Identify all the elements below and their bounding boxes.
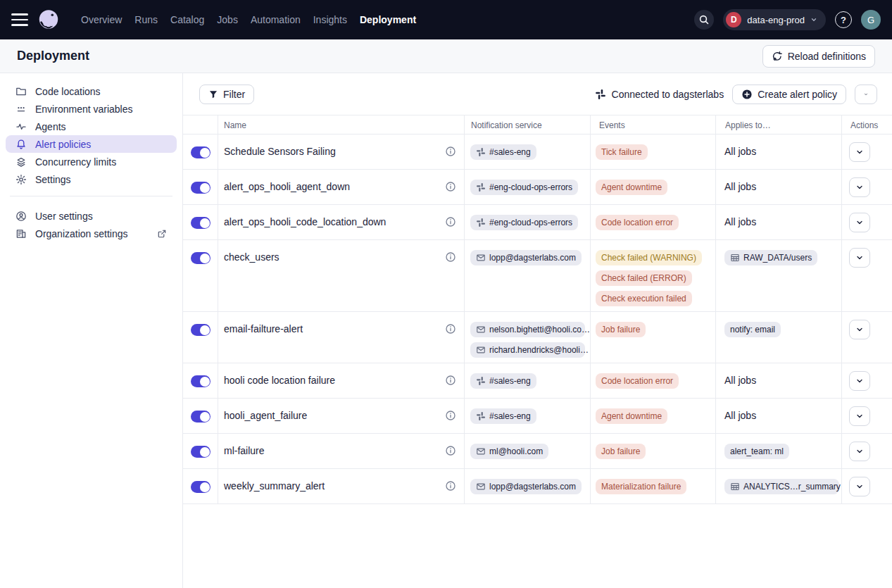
toggle-cell — [183, 363, 218, 398]
policy-enabled-toggle[interactable] — [191, 411, 211, 423]
nav-item-automation[interactable]: Automation — [244, 8, 307, 31]
row-actions-menu-button[interactable] — [849, 320, 870, 339]
row-actions-menu-button[interactable] — [849, 177, 870, 197]
folder-icon — [15, 86, 27, 97]
nav-item-catalog[interactable]: Catalog — [164, 8, 211, 31]
sidebar-item-alert-policies[interactable]: Alert policies — [6, 135, 177, 153]
info-icon[interactable] — [445, 410, 456, 421]
info-icon[interactable] — [445, 216, 456, 227]
asset-table-icon — [730, 482, 740, 492]
info-icon[interactable] — [445, 375, 456, 386]
notification-label: #sales-eng — [489, 376, 531, 386]
info-icon[interactable] — [445, 480, 456, 492]
policy-name: alert_ops_hooli_agent_down — [224, 180, 445, 192]
sidebar-item-settings[interactable]: Settings — [6, 170, 177, 188]
column-header-events: Events — [591, 115, 716, 134]
sidebar-item-user-settings[interactable]: User settings — [6, 207, 177, 225]
email-icon — [476, 482, 486, 492]
notification-cell: ml@hooli.com — [465, 434, 591, 468]
notification-label: richard.hendricks@hooli… — [489, 345, 589, 355]
help-icon[interactable]: ? — [835, 11, 852, 28]
applies-to-label: ANALYTICS…r_summary — [743, 482, 841, 492]
search-icon[interactable] — [694, 10, 714, 30]
sidebar-item-agents[interactable]: Agents — [6, 118, 177, 135]
event-label: Check execution failed — [601, 294, 686, 304]
app-root: OverviewRunsCatalogJobsAutomationInsight… — [0, 0, 892, 588]
notification-label: #sales-eng — [489, 147, 531, 157]
nav-item-runs[interactable]: Runs — [128, 8, 164, 31]
create-alert-policy-button[interactable]: Create alert policy — [732, 85, 846, 104]
hamburger-menu-icon[interactable] — [11, 13, 28, 26]
nav-item-deployment[interactable]: Deployment — [353, 8, 422, 31]
nav-item-insights[interactable]: Insights — [307, 8, 353, 31]
policy-enabled-toggle[interactable] — [191, 375, 211, 387]
event-list: Check failed (WARNING)Check failed (ERRO… — [596, 250, 711, 306]
create-alert-policy-menu-button[interactable] — [855, 85, 877, 104]
sidebar-item-concurrency-limits[interactable]: Concurrency limits — [6, 153, 177, 170]
actions-cell — [842, 170, 892, 204]
events-cell: Job failure — [591, 434, 716, 468]
row-actions-menu-button[interactable] — [849, 406, 870, 426]
policy-enabled-toggle[interactable] — [191, 481, 211, 493]
info-icon[interactable] — [445, 323, 456, 334]
info-icon[interactable] — [445, 146, 456, 157]
filter-button[interactable]: Filter — [199, 85, 254, 104]
event-badge: Check failed (WARNING) — [596, 250, 702, 265]
policy-name: hooli code location failure — [224, 374, 445, 386]
notification-cell: #sales-eng — [465, 363, 591, 398]
event-badge: Agent downtime — [596, 180, 667, 195]
policy-name: check_users — [224, 251, 445, 263]
create-alert-policy-label: Create alert policy — [758, 89, 837, 100]
notification-badge: #sales-eng — [470, 373, 536, 389]
event-label: Tick failure — [601, 147, 642, 157]
notification-list: nelson.bighetti@hooli.co…richard.hendric… — [470, 322, 586, 358]
row-actions-menu-button[interactable] — [849, 442, 870, 461]
toggle-cell — [183, 312, 218, 363]
deployment-switcher[interactable]: D data-eng-prod — [723, 9, 826, 30]
email-icon — [476, 446, 486, 456]
reload-definitions-button[interactable]: Reload definitions — [762, 45, 875, 68]
row-actions-menu-button[interactable] — [849, 477, 870, 496]
row-actions-menu-button[interactable] — [849, 213, 870, 232]
alert-policy-row: ml-failureml@hooli.comJob failurealert_t… — [183, 434, 892, 469]
plus-circle-icon — [741, 89, 753, 100]
toggle-knob — [200, 482, 210, 492]
row-actions-menu-button[interactable] — [849, 248, 870, 268]
row-actions-menu-button[interactable] — [849, 371, 870, 391]
toggle-knob — [200, 218, 210, 228]
asset-table-icon — [730, 253, 740, 263]
policy-enabled-toggle[interactable] — [191, 146, 211, 158]
applies-to-cell: All jobs — [716, 363, 842, 398]
event-label: Check failed (ERROR) — [601, 273, 686, 283]
nav-item-overview[interactable]: Overview — [75, 8, 128, 31]
nav-item-jobs[interactable]: Jobs — [211, 8, 244, 31]
event-badge: Check failed (ERROR) — [596, 270, 692, 286]
sidebar-item-code-locations[interactable]: Code locations — [6, 82, 177, 100]
event-badge: Code location error — [596, 373, 679, 389]
notification-label: ml@hooli.com — [489, 446, 543, 456]
row-actions-menu-button[interactable] — [849, 142, 870, 162]
alert-policy-row: weekly_summary_alertlopp@dagsterlabs.com… — [183, 469, 892, 504]
policy-enabled-toggle[interactable] — [191, 182, 211, 194]
event-list: Agent downtime — [596, 408, 711, 424]
info-icon[interactable] — [445, 251, 456, 263]
sidebar-item-environment-variables[interactable]: Environment variables — [6, 100, 177, 118]
policy-enabled-toggle[interactable] — [191, 217, 211, 229]
event-list: Tick failure — [596, 144, 711, 160]
info-icon[interactable] — [445, 181, 456, 192]
policy-enabled-toggle[interactable] — [191, 446, 211, 458]
policy-enabled-toggle[interactable] — [191, 324, 211, 336]
bell-icon — [15, 139, 27, 150]
reload-icon — [772, 51, 783, 62]
slack-icon — [476, 411, 486, 421]
dagster-logo-icon[interactable] — [37, 8, 61, 32]
user-circle-icon — [15, 211, 27, 222]
sidebar-item-label: Agents — [35, 121, 66, 132]
info-icon[interactable] — [445, 445, 456, 456]
external-link-icon[interactable] — [157, 229, 167, 239]
toggle-cell — [183, 170, 218, 204]
sidebar-item-organization-settings[interactable]: Organization settings — [6, 225, 177, 242]
chevron-down-icon — [810, 16, 817, 23]
policy-enabled-toggle[interactable] — [191, 252, 211, 264]
user-avatar[interactable]: G — [861, 10, 881, 30]
